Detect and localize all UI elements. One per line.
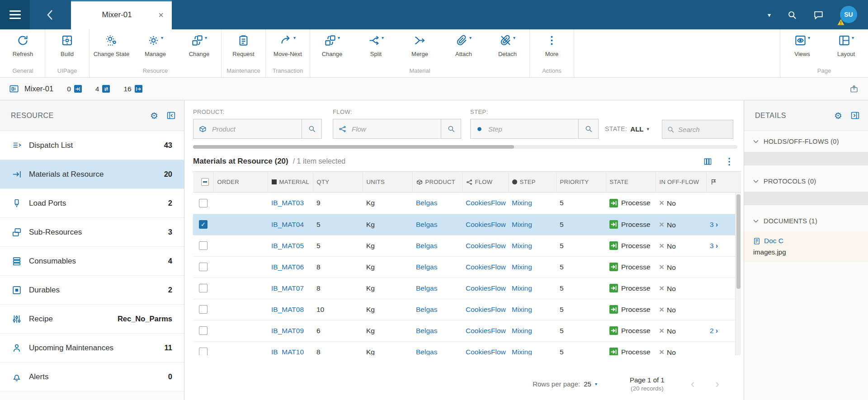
step-link[interactable]: Mixing <box>512 263 532 271</box>
detach-button[interactable]: ▾ Detach <box>486 29 529 66</box>
horizontal-scrollbar[interactable] <box>193 145 737 149</box>
build-button[interactable]: Build <box>45 29 89 66</box>
attach-button[interactable]: ▾ Attach <box>442 29 486 66</box>
step-link[interactable]: Mixing <box>512 348 532 356</box>
docs-link[interactable]: 3› <box>706 221 718 228</box>
table-row[interactable]: ✓ IB_MAT05 5 Kg Belgas CookiesFlow Mixin… <box>193 235 741 256</box>
row-checkbox[interactable]: ✓ <box>199 326 208 335</box>
table-row[interactable]: ✓ IB_MAT10 8 Kg Belgas CookiesFlow Mixin… <box>193 341 741 355</box>
popout-button[interactable] <box>849 84 859 94</box>
next-page-button[interactable]: › <box>715 378 719 390</box>
table-row[interactable]: ✓ IB_MAT03 9 Kg Belgas CookiesFlow Mixin… <box>193 193 741 214</box>
menu-button[interactable] <box>0 0 30 29</box>
column-header-state[interactable]: STATE <box>606 172 656 193</box>
collapse-panel-icon[interactable] <box>850 111 860 120</box>
document-link[interactable]: Doc C <box>764 237 783 245</box>
select-all-header[interactable] <box>193 172 213 193</box>
flow-link[interactable]: CookiesFlow <box>466 306 506 313</box>
column-header-priority[interactable]: PRIORITY <box>556 172 606 193</box>
sidebar-item-alerts[interactable]: Alerts 0 <box>0 362 184 391</box>
row-checkbox[interactable]: ✓ <box>199 220 208 229</box>
section-holds-off-flows[interactable]: HOLDS/OFF-FLOWS (0) <box>744 131 868 152</box>
tab-mixer-01[interactable]: Mixer-01 × <box>71 0 172 29</box>
column-header-product[interactable]: PRODUCT <box>412 172 462 193</box>
section-documents[interactable]: DOCUMENTS (1) <box>744 211 868 231</box>
collapse-panel-icon[interactable] <box>166 111 176 120</box>
state-filter-dropdown[interactable]: STATE: ALL ▾ <box>605 119 649 139</box>
counter-2[interactable]: 4 <box>95 85 110 93</box>
column-chooser-icon[interactable] <box>703 157 712 166</box>
flow-link[interactable]: CookiesFlow <box>466 327 506 334</box>
user-avatar[interactable]: SU <box>840 6 858 24</box>
sidebar-item-consumables[interactable]: Consumables 4 <box>0 247 184 276</box>
chat-button[interactable] <box>813 10 824 20</box>
counter-3[interactable]: 16 <box>123 85 142 93</box>
row-checkbox[interactable]: ✓ <box>199 284 208 292</box>
table-row[interactable]: ✓ IB_MAT07 8 Kg Belgas CookiesFlow Mixin… <box>193 278 741 299</box>
step-filter[interactable] <box>470 119 599 139</box>
product-filter[interactable] <box>193 119 322 139</box>
more-button[interactable]: More <box>530 29 574 66</box>
step-input[interactable] <box>485 125 578 133</box>
change-state-button[interactable]: Change State <box>90 29 133 66</box>
flow-link[interactable]: CookiesFlow <box>466 284 506 292</box>
search-button[interactable] <box>787 10 797 20</box>
refresh-button[interactable]: Refresh <box>1 29 45 66</box>
step-link[interactable]: Mixing <box>512 306 532 313</box>
product-link[interactable]: Belgas <box>416 327 437 334</box>
material-link[interactable]: IB_MAT09 <box>271 327 304 334</box>
column-header-in-off-flow[interactable]: IN OFF-FLOW <box>656 172 706 193</box>
sidebar-item-materials-at-resource[interactable]: Materials at Resource 20 <box>0 160 184 189</box>
back-button[interactable] <box>40 0 60 29</box>
flow-filter[interactable] <box>333 119 461 139</box>
row-checkbox[interactable]: ✓ <box>199 241 208 250</box>
manage-button[interactable]: ▾ Manage <box>133 29 177 66</box>
section-protocols[interactable]: PROTOCOLS (0) <box>744 171 868 192</box>
product-link[interactable]: Belgas <box>416 284 437 292</box>
rows-per-page-dropdown[interactable]: Rows per page: 25 ▾ <box>533 380 597 388</box>
material-link[interactable]: IB_MAT05 <box>271 242 304 249</box>
column-header-material[interactable]: MATERIAL <box>268 172 313 193</box>
column-header-units[interactable]: UNITS <box>363 172 412 193</box>
step-link[interactable]: Mixing <box>512 327 532 334</box>
column-header-docs[interactable] <box>706 172 741 193</box>
step-link[interactable]: Mixing <box>512 221 532 228</box>
flow-link[interactable]: CookiesFlow <box>466 221 506 228</box>
sidebar-item-durables[interactable]: Durables 2 <box>0 276 184 305</box>
flow-link[interactable]: CookiesFlow <box>466 242 506 249</box>
column-header-qty[interactable]: QTY <box>313 172 363 193</box>
material-link[interactable]: IB_MAT07 <box>271 284 304 292</box>
views-button[interactable]: ▾ Views <box>780 29 824 66</box>
table-row[interactable]: ✓ IB_MAT09 6 Kg Belgas CookiesFlow Mixin… <box>193 320 741 341</box>
material-link[interactable]: IB_MAT03 <box>271 199 304 207</box>
material-link[interactable]: IB_MAT06 <box>271 263 304 271</box>
row-checkbox[interactable]: ✓ <box>199 305 208 314</box>
material-link[interactable]: IB_MAT10 <box>271 348 304 356</box>
step-link[interactable]: Mixing <box>512 284 532 292</box>
product-link[interactable]: Belgas <box>416 306 437 313</box>
layout-button[interactable]: ▾ Layout <box>824 29 868 66</box>
material-link[interactable]: IB_MAT04 <box>271 221 304 228</box>
table-row[interactable]: ✓ IB_MAT08 10 Kg Belgas CookiesFlow Mixi… <box>193 299 741 320</box>
product-link[interactable]: Belgas <box>416 221 437 228</box>
document-item[interactable]: Doc C images.jpg <box>744 231 868 262</box>
docs-link[interactable]: 3› <box>706 242 718 249</box>
product-input[interactable] <box>208 125 302 133</box>
gear-icon[interactable]: ⚙ <box>150 111 158 120</box>
step-link[interactable]: Mixing <box>512 199 532 207</box>
split-button[interactable]: ▾ Split <box>354 29 398 66</box>
grid-search-input[interactable] <box>678 126 728 133</box>
sidebar-item-load-ports[interactable]: Load Ports 2 <box>0 189 184 218</box>
column-header-step[interactable]: STEP <box>508 172 556 193</box>
scrollbar-thumb[interactable] <box>736 194 741 289</box>
change-material-button[interactable]: ▾ Change <box>310 29 354 66</box>
close-icon[interactable]: × <box>156 9 165 20</box>
flow-link[interactable]: CookiesFlow <box>466 348 506 356</box>
select-all-checkbox[interactable] <box>201 178 209 186</box>
prev-page-button[interactable]: ‹ <box>691 378 695 390</box>
tabs-dropdown-button[interactable]: ▾ <box>768 11 771 19</box>
table-row[interactable]: ✓ IB_MAT06 8 Kg Belgas CookiesFlow Mixin… <box>193 256 741 278</box>
sidebar-item-recipe[interactable]: Recipe Rec_No_Parms <box>0 305 184 334</box>
gear-icon[interactable]: ⚙ <box>834 111 842 120</box>
step-link[interactable]: Mixing <box>512 242 532 249</box>
